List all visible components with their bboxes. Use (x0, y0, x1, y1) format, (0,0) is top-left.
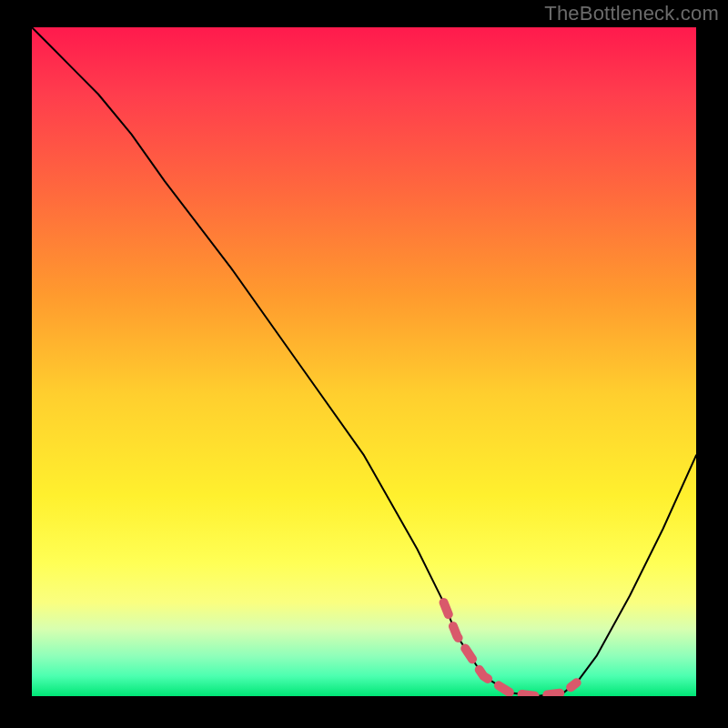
bottleneck-curve (32, 27, 696, 696)
plot-overlay (32, 27, 696, 696)
optimal-range-highlight (444, 602, 577, 696)
watermark-label: TheBottleneck.com (544, 2, 719, 25)
chart-frame: TheBottleneck.com (0, 0, 728, 728)
